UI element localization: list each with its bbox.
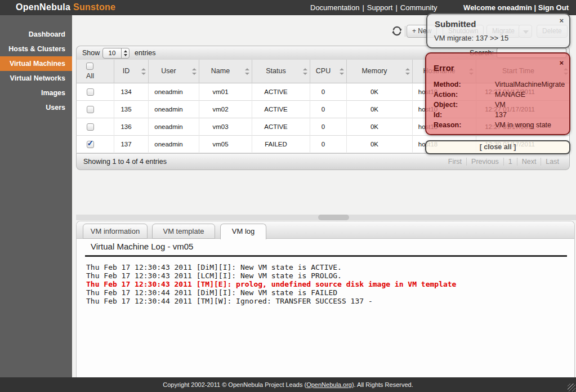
cell-id: 137: [114, 136, 149, 153]
separator: |: [534, 3, 537, 12]
log-line-error: Thu Feb 17 12:30:43 2011 [TM][E]: prolog…: [86, 280, 456, 288]
resize-grip-icon: [568, 384, 575, 391]
error-field-label: Method:: [434, 81, 461, 88]
sort-icon[interactable]: [192, 68, 197, 75]
link-support[interactable]: Support: [367, 3, 393, 12]
entries-label: entries: [135, 46, 156, 60]
cell-memory: 0K: [347, 101, 413, 118]
sidebar: Dashboard Hosts & Clusters Virtual Machi…: [0, 15, 72, 377]
heading-rule: [85, 255, 567, 257]
page-next[interactable]: Next: [517, 158, 542, 166]
show-label: Show: [82, 46, 100, 60]
column-select-all[interactable]: All: [77, 60, 114, 83]
separator: |: [362, 3, 364, 12]
log-line: Thu Feb 17 12:30:44 2011 [TM][W]: Ignore…: [86, 297, 456, 305]
cell-cpu: 0: [310, 83, 347, 101]
sidebar-item-virtual-machines[interactable]: Virtual Machines: [0, 56, 72, 71]
error-field-label: Action:: [434, 91, 458, 99]
column-user[interactable]: User: [149, 60, 199, 83]
table-footer: Showing 1 to 4 of 4 entries FirstPreviou…: [76, 153, 570, 170]
cell-id: 135: [114, 101, 149, 118]
cell-cpu: 0: [310, 101, 347, 118]
page-first[interactable]: First: [444, 158, 467, 166]
column-id[interactable]: ID: [114, 60, 149, 83]
horizontal-scrollbar[interactable]: [76, 215, 576, 220]
error-field-value: VM: [495, 101, 570, 109]
notification-message: VM migrate: 137 >> 15: [434, 34, 508, 42]
row-checkbox[interactable]: ✓: [87, 141, 94, 148]
checkmark-icon: ✓: [87, 139, 94, 147]
close-all-button[interactable]: [ close all ]: [425, 140, 570, 154]
select-all-label: All: [77, 72, 104, 80]
table-summary: Showing 1 to 4 of 4 entries: [83, 154, 167, 170]
sidebar-item-hosts-clusters[interactable]: Hosts & Clusters: [0, 42, 72, 56]
tab-vm-template[interactable]: VM template: [152, 224, 215, 239]
app: OpenNebula Sunstone Documentation|Suppor…: [0, 0, 576, 392]
link-documentation[interactable]: Documentation: [310, 3, 359, 12]
cell-status: ACTIVE: [252, 83, 310, 101]
sign-out-link[interactable]: Sign Out: [538, 3, 569, 12]
sort-icon[interactable]: [340, 68, 344, 75]
error-field-label: Reason:: [434, 121, 461, 129]
refresh-icon[interactable]: [391, 25, 403, 37]
notification-title: Error: [434, 63, 454, 73]
notification-title: Submitted: [435, 19, 476, 29]
sidebar-item-dashboard[interactable]: Dashboard: [0, 27, 72, 42]
tab-strip: VM information VM template VM log: [77, 221, 574, 239]
tab-vm-information[interactable]: VM information: [83, 224, 148, 239]
sidebar-item-images[interactable]: Images: [0, 86, 72, 100]
page-previous[interactable]: Previous: [467, 158, 504, 166]
select-all-checkbox[interactable]: [86, 63, 93, 70]
log-line: Thu Feb 17 12:30:43 2011 [LCM][I]: New V…: [86, 271, 456, 280]
cell-user: oneadmin: [149, 118, 199, 136]
scrollbar-thumb[interactable]: [318, 215, 349, 220]
sort-icon[interactable]: [141, 68, 146, 75]
row-checkbox[interactable]: [87, 88, 94, 96]
cell-user: oneadmin: [149, 136, 199, 153]
sort-icon[interactable]: [245, 68, 249, 75]
link-community[interactable]: Community: [400, 3, 437, 12]
cell-memory: 0K: [347, 83, 413, 101]
close-icon[interactable]: ×: [559, 59, 564, 67]
page-number[interactable]: 1: [504, 158, 517, 166]
page-size-select[interactable]: 10: [102, 48, 130, 59]
pagination: FirstPrevious1NextLast: [444, 154, 564, 170]
cell-name: vm02: [199, 101, 252, 118]
row-checkbox[interactable]: [87, 106, 94, 113]
copyright-text: Copyright 2002-2011 © OpenNebula Project…: [0, 377, 576, 392]
sidebar-item-users[interactable]: Users: [0, 100, 72, 115]
cell-id: 136: [114, 118, 149, 136]
footer: Copyright 2002-2011 © OpenNebula Project…: [0, 377, 576, 392]
log-line: Thu Feb 17 12:30:44 2011 [DiM][I]: New V…: [86, 288, 456, 297]
sidebar-item-virtual-networks[interactable]: Virtual Networks: [0, 71, 72, 86]
cell-status: FAILED: [252, 136, 310, 153]
cell-id: 134: [114, 83, 149, 101]
stepper-icon: [121, 48, 129, 58]
notification-submitted: × Submitted VM migrate: 137 >> 15: [426, 13, 570, 48]
cell-memory: 0K: [347, 136, 413, 153]
tab-vm-log[interactable]: VM log: [220, 224, 266, 239]
column-memory[interactable]: Memory: [347, 60, 413, 83]
column-cpu[interactable]: CPU: [310, 60, 347, 83]
error-field-value: MANAGE: [495, 91, 570, 99]
log-heading: Virtual Machine Log - vm05: [91, 242, 193, 251]
cell-cpu: 0: [310, 118, 347, 136]
cell-status: ACTIVE: [252, 118, 310, 136]
row-checkbox[interactable]: [87, 123, 94, 131]
close-icon[interactable]: ×: [559, 16, 564, 25]
sort-icon[interactable]: [303, 68, 307, 75]
separator: |: [395, 3, 397, 12]
log-line: Thu Feb 17 12:30:43 2011 [DiM][I]: New V…: [86, 263, 456, 271]
cell-user: oneadmin: [149, 83, 199, 101]
page-last[interactable]: Last: [541, 158, 564, 166]
logo-accent: Sunstone: [73, 2, 115, 12]
opennebula-link[interactable]: OpenNebula.org: [306, 381, 352, 388]
column-name[interactable]: Name: [199, 60, 252, 83]
cell-memory: 0K: [347, 118, 413, 136]
column-status[interactable]: Status: [252, 60, 310, 83]
sort-icon[interactable]: [405, 68, 410, 75]
vm-log-output: Thu Feb 17 12:30:43 2011 [DiM][I]: New V…: [86, 263, 456, 305]
welcome-label: Welcome oneadmin: [463, 3, 532, 12]
error-field-value: 137: [495, 111, 570, 119]
error-field-label: Object:: [434, 101, 458, 109]
